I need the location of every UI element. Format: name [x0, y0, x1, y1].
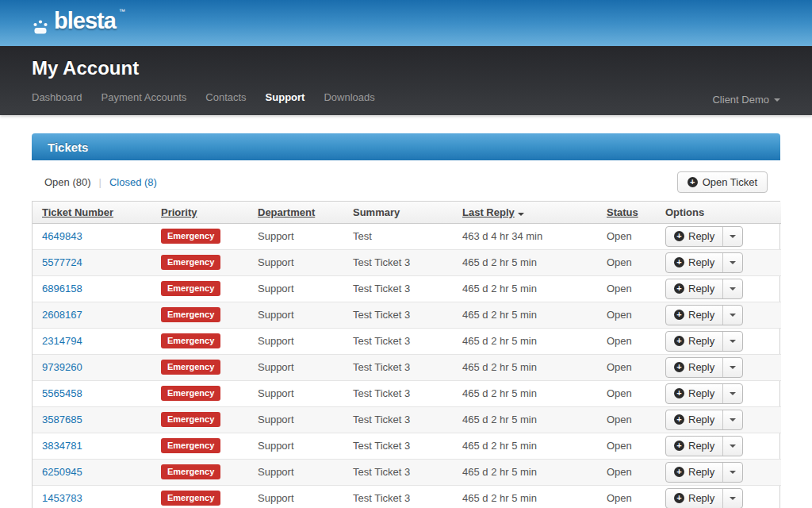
brand-header: blesta ™ [0, 0, 812, 46]
open-ticket-button[interactable]: + Open Ticket [677, 171, 768, 193]
status-cell: Open [597, 354, 656, 380]
nav-item-support[interactable]: Support [266, 91, 305, 103]
reply-dropdown-toggle[interactable] [722, 332, 742, 351]
reply-button-label: Reply [688, 440, 714, 452]
chevron-down-icon [730, 418, 736, 421]
plus-circle-icon: + [674, 283, 684, 294]
reply-dropdown-toggle[interactable] [722, 437, 742, 456]
reply-dropdown-toggle[interactable] [722, 384, 742, 403]
ticket-number-link[interactable]: 3834781 [42, 440, 82, 452]
ticket-number-cell: 5577724 [33, 249, 151, 275]
reply-button[interactable]: +Reply [666, 410, 722, 429]
options-cell: +Reply [656, 275, 781, 302]
last-reply-cell: 465 d 2 hr 5 min [453, 275, 597, 302]
column-header-priority[interactable]: Priority [151, 202, 248, 223]
ticket-number-cell: 2314794 [33, 328, 151, 354]
reply-dropdown-toggle[interactable] [722, 279, 742, 298]
priority-badge: Emergency [161, 412, 220, 427]
ticket-number-link[interactable]: 5577724 [42, 256, 82, 268]
priority-cell: Emergency [151, 433, 248, 459]
plus-circle-icon: + [674, 336, 684, 346]
ticket-number-cell: 3587685 [33, 406, 151, 433]
reply-button[interactable]: +Reply [666, 279, 722, 298]
user-menu-dropdown[interactable]: Client Demo [712, 94, 780, 106]
reply-dropdown-toggle[interactable] [722, 489, 742, 508]
column-header-ticket-number[interactable]: Ticket Number [33, 202, 151, 223]
chevron-down-icon [730, 471, 736, 474]
status-cell: Open [597, 433, 656, 459]
tickets-panel-header: Tickets [32, 133, 780, 160]
filter-open-tickets[interactable]: Open (80) [44, 176, 91, 188]
options-cell: +Reply [656, 459, 781, 485]
chevron-down-icon [730, 497, 736, 500]
reply-dropdown-toggle[interactable] [722, 306, 742, 325]
ticket-number-link[interactable]: 3587685 [42, 414, 82, 425]
ticket-number-link[interactable]: 4649843 [42, 230, 82, 242]
reply-split-button: +Reply [665, 252, 743, 273]
reply-dropdown-toggle[interactable] [722, 253, 742, 272]
reply-dropdown-toggle[interactable] [722, 410, 742, 429]
chevron-down-icon [730, 287, 736, 291]
ticket-number-cell: 3834781 [33, 433, 151, 459]
plus-circle-icon: + [674, 257, 684, 267]
table-row: 6896158EmergencySupportTest Ticket 3465 … [33, 275, 781, 302]
reply-button-label: Reply [688, 387, 714, 399]
ticket-filter-row: Open (80) | Closed (8) + Open Ticket [32, 160, 780, 201]
ticket-number-link[interactable]: 2314794 [42, 335, 82, 347]
chevron-down-icon [774, 98, 780, 102]
reply-button[interactable]: +Reply [666, 489, 722, 508]
nav-item-payment-accounts[interactable]: Payment Accounts [102, 91, 187, 103]
nav-item-dashboard[interactable]: Dashboard [32, 91, 82, 103]
reply-button[interactable]: +Reply [666, 227, 722, 246]
ticket-number-link[interactable]: 2608167 [42, 309, 82, 321]
filter-separator: | [99, 176, 102, 188]
table-row: 6250945EmergencySupportTest Ticket 3465 … [33, 459, 781, 485]
user-menu-label: Client Demo [712, 94, 769, 106]
last-reply-cell: 465 d 2 hr 5 min [453, 485, 597, 508]
reply-button[interactable]: +Reply [666, 358, 722, 377]
column-header-summary: Summary [343, 202, 453, 223]
ticket-number-cell: 6250945 [33, 459, 151, 485]
status-cell: Open [597, 459, 656, 485]
reply-dropdown-toggle[interactable] [722, 227, 742, 246]
reply-button-label: Reply [688, 466, 714, 478]
reply-button-label: Reply [688, 414, 714, 425]
reply-button[interactable]: +Reply [666, 306, 722, 325]
reply-button[interactable]: +Reply [666, 437, 722, 456]
status-cell: Open [597, 328, 656, 354]
blesta-logo[interactable]: blesta ™ [32, 10, 125, 37]
reply-button[interactable]: +Reply [666, 384, 722, 403]
summary-cell: Test Ticket 3 [343, 406, 453, 433]
ticket-number-link[interactable]: 6896158 [42, 283, 82, 294]
ticket-number-link[interactable]: 1453783 [42, 492, 82, 504]
plus-circle-icon: + [674, 362, 684, 372]
reply-button[interactable]: +Reply [666, 253, 722, 272]
ticket-number-link[interactable]: 9739260 [42, 361, 82, 373]
priority-badge: Emergency [161, 281, 220, 296]
column-header-department[interactable]: Department [248, 202, 343, 223]
ticket-number-cell: 2608167 [33, 302, 151, 328]
filter-closed-tickets[interactable]: Closed (8) [109, 176, 157, 188]
column-header-last-reply[interactable]: Last Reply [453, 202, 597, 223]
reply-dropdown-toggle[interactable] [722, 358, 742, 377]
plus-circle-icon: + [674, 467, 684, 477]
table-row: 3834781EmergencySupportTest Ticket 3465 … [33, 433, 781, 459]
reply-split-button: +Reply [665, 383, 743, 404]
column-header-status[interactable]: Status [597, 202, 656, 223]
summary-cell: Test Ticket 3 [343, 275, 453, 302]
department-cell: Support [248, 380, 343, 406]
plus-circle-icon: + [674, 231, 684, 241]
ticket-number-link[interactable]: 5565458 [42, 387, 82, 399]
nav-item-contacts[interactable]: Contacts [205, 91, 246, 103]
department-cell: Support [248, 223, 343, 249]
reply-split-button: +Reply [665, 305, 743, 325]
chevron-down-icon [730, 392, 736, 395]
priority-badge: Emergency [161, 438, 220, 453]
last-reply-cell: 465 d 2 hr 5 min [453, 354, 597, 380]
nav-item-downloads[interactable]: Downloads [324, 91, 374, 103]
reply-dropdown-toggle[interactable] [722, 463, 742, 482]
ticket-number-link[interactable]: 6250945 [42, 466, 82, 478]
last-reply-cell: 465 d 2 hr 5 min [453, 380, 597, 406]
reply-button[interactable]: +Reply [666, 332, 722, 351]
reply-button[interactable]: +Reply [666, 463, 722, 482]
